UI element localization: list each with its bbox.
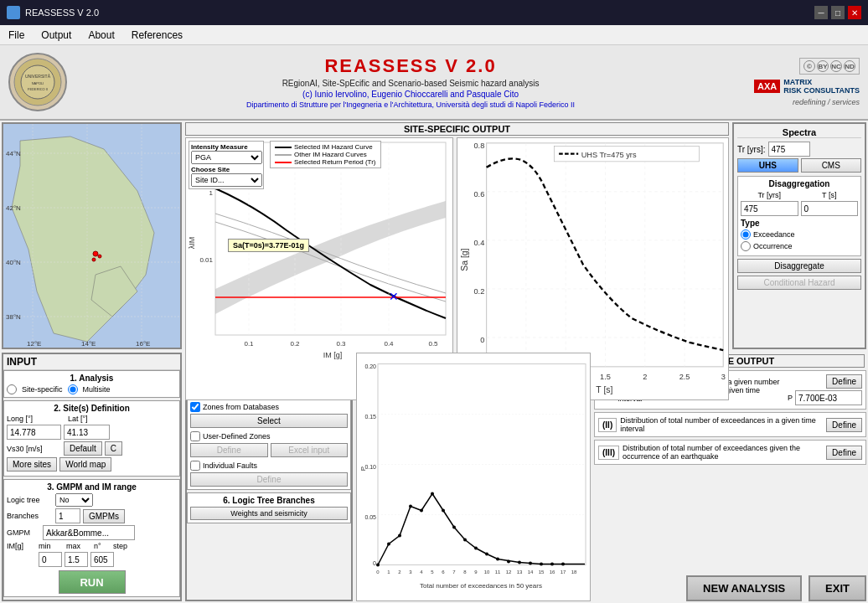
step-label: step (113, 542, 127, 550)
svg-text:42°N: 42°N (6, 204, 21, 212)
c-button[interactable]: C (105, 441, 122, 456)
maximize-button[interactable]: □ (831, 6, 845, 19)
cms-button[interactable]: CMS (801, 158, 862, 173)
item-i-controls: Define P (788, 374, 862, 405)
excel-button[interactable]: Excel input (271, 443, 349, 457)
define-i-button[interactable]: Define (826, 374, 862, 389)
item-ii-desc: Distribution of total number of exceedan… (620, 416, 823, 433)
logic-tree-select[interactable]: No (55, 493, 93, 507)
svg-text:3: 3 (409, 570, 412, 575)
svg-text:16: 16 (550, 570, 555, 575)
im-label: Intensity Measure (191, 143, 261, 151)
site-select[interactable]: Site ID... (191, 173, 262, 187)
occurrence-radio[interactable] (741, 241, 751, 251)
conditional-hazard-button[interactable]: Conditional Hazard (737, 276, 861, 290)
matrix-label: MATRIXRISK CONSULTANTS (783, 78, 860, 95)
exceedance-row: Exceedance (741, 229, 858, 240)
close-button[interactable]: ✕ (848, 6, 861, 19)
max-input[interactable] (65, 552, 88, 567)
define-iii-button[interactable]: Define (826, 446, 862, 460)
disagg-tr-input[interactable] (741, 201, 798, 216)
spectra-title: Spectra (737, 127, 861, 138)
menu-about[interactable]: About (80, 25, 122, 44)
multisite-chart-svg: 0.20 0.15 0.10 0.05 0 (357, 353, 590, 600)
tr-label: Tr [yrs]: (737, 145, 766, 154)
tr-input[interactable] (768, 142, 810, 157)
svg-text:✕: ✕ (389, 290, 399, 303)
svg-point-91 (529, 562, 532, 565)
legend-other-im: Other IM Hazard Curves (275, 151, 376, 158)
by-icon: BY (817, 60, 829, 72)
exceedance-radio[interactable] (741, 229, 751, 240)
minimize-button[interactable]: ─ (814, 6, 828, 19)
occurrence-row: Occurrence (741, 241, 858, 251)
menu-bar: File Output About References (0, 25, 868, 45)
svg-text:0.3: 0.3 (336, 340, 346, 348)
app-icon (7, 6, 20, 19)
input-title: INPUT (3, 354, 180, 370)
svg-point-90 (518, 561, 521, 564)
new-analysis-button[interactable]: NEW ANALYSIS (686, 575, 802, 601)
svg-text:P: P (359, 466, 367, 471)
svg-text:40°N: 40°N (6, 259, 21, 266)
choose-site-label: Choose Site (191, 166, 261, 173)
upper-row: 44°N 42°N 40°N 38°N 12°E 14°E 16°E SITE-… (0, 121, 868, 351)
gmpm-section: 3. GMPM and IM range Logic tree No Branc… (3, 479, 180, 597)
lat-input[interactable] (64, 425, 110, 440)
menu-output[interactable]: Output (33, 25, 80, 44)
svg-text:0.2: 0.2 (473, 287, 484, 296)
svg-text:14: 14 (528, 570, 534, 575)
svg-text:0: 0 (373, 560, 376, 566)
min-input[interactable] (39, 552, 62, 567)
weights-button[interactable]: Weights and seismicity (190, 507, 348, 520)
run-button[interactable]: RUN (59, 570, 126, 594)
user-defined-checkbox[interactable] (190, 431, 200, 441)
svg-text:11: 11 (495, 570, 501, 575)
axa-logo: AXA (757, 81, 777, 91)
exit-button[interactable]: EXIT (809, 575, 866, 601)
p-value-input[interactable] (795, 390, 862, 405)
t-s-label: T [s] (801, 191, 859, 199)
define-faults-button[interactable]: Define (190, 472, 348, 487)
logic-tree-row: Logic tree No (7, 493, 177, 507)
disagg-t-input[interactable] (801, 201, 859, 216)
sources-section: 5. Seismic Sources Zones from Databases … (187, 388, 351, 490)
n-input[interactable] (90, 552, 114, 567)
im-select[interactable]: PGA (191, 151, 262, 164)
svg-text:0.6: 0.6 (473, 190, 484, 198)
app-window: REASSESS V 2.0 ─ □ ✕ File Output About R… (0, 0, 868, 603)
zones-db-checkbox[interactable] (190, 402, 200, 412)
max-label: max (66, 542, 91, 550)
menu-file[interactable]: File (0, 25, 33, 44)
svg-point-81 (420, 509, 423, 513)
world-map-button[interactable]: World map (59, 457, 111, 472)
disaggregate-button[interactable]: Disaggregate (737, 259, 861, 273)
default-button[interactable]: Default (64, 441, 102, 456)
svg-text:T [s]: T [s] (596, 385, 612, 394)
svg-point-85 (463, 539, 467, 542)
more-sites-button[interactable]: More sites (7, 457, 57, 472)
site-specific-radio[interactable] (7, 384, 17, 394)
long-input[interactable] (7, 425, 61, 440)
multisite-radio[interactable] (68, 384, 78, 394)
disagg-labels-row: Tr [yrs] T [s] (741, 191, 858, 199)
vs30-row: Vs30 [m/s] Default C (7, 441, 177, 456)
cc-icon: © (803, 60, 815, 72)
gmpm-input[interactable] (43, 525, 135, 540)
lower-row: INPUT 1. Analysis Site-specific Multisit… (0, 351, 868, 603)
select-zones-button[interactable]: Select (190, 414, 348, 428)
gmpms-button[interactable]: GMPMs (83, 509, 125, 523)
legend-selected-tr: Selected Return Period (Tr) (275, 158, 376, 166)
define-ii-button[interactable]: Define (826, 418, 862, 432)
uhs-button[interactable]: UHS (737, 158, 798, 173)
logic-tree-title: 6. Logic Tree Branches (190, 496, 348, 505)
individual-checkbox[interactable] (190, 461, 200, 471)
bottom-buttons: NEW ANALYSIS EXIT (594, 570, 866, 601)
im-selector: Intensity Measure PGA Choose Site Site I… (189, 141, 264, 189)
branches-input[interactable] (55, 508, 80, 523)
define-zones-button[interactable]: Define (190, 443, 268, 457)
p-label: P (788, 394, 793, 402)
define-excel-row: Define Excel input (190, 443, 348, 457)
min-label: min (39, 542, 64, 550)
menu-references[interactable]: References (123, 25, 191, 44)
